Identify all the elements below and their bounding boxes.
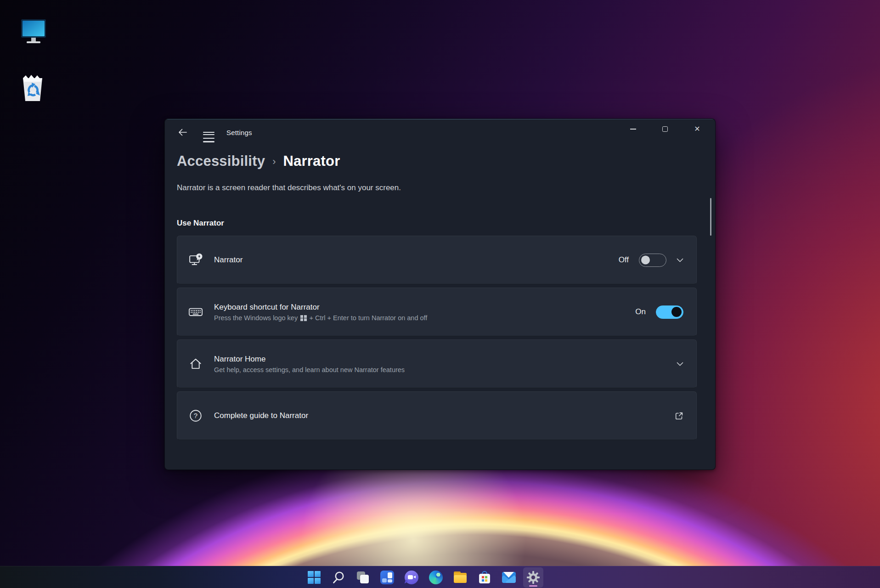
task-view-button[interactable] xyxy=(353,567,373,588)
complete-guide-title: Complete guide to Narrator xyxy=(214,411,675,420)
window-controls: ✕ xyxy=(617,119,713,140)
breadcrumb-narrator: Narrator xyxy=(283,153,340,170)
windows-logo-glyph xyxy=(300,315,306,321)
narrator-home-text: Narrator Home Get help, access settings,… xyxy=(214,355,677,373)
mail-button[interactable] xyxy=(499,567,519,588)
settings-gear-icon xyxy=(526,571,540,584)
chevron-down-icon[interactable] xyxy=(677,362,683,366)
monitor-icon xyxy=(18,18,49,46)
keyboard-shortcut-controls: On xyxy=(635,305,683,319)
chat-button[interactable] xyxy=(401,567,422,588)
settings-content: Accessibility › Narrator Narrator is a s… xyxy=(165,153,715,440)
subtitle-suffix: + Ctrl + Enter to turn Narrator on and o… xyxy=(310,314,428,322)
hamburger-menu-icon[interactable] xyxy=(201,124,216,140)
microsoft-store-button[interactable] xyxy=(474,567,495,588)
microsoft-store-icon xyxy=(478,571,491,584)
complete-guide-text: Complete guide to Narrator xyxy=(214,411,675,420)
complete-guide-card[interactable]: ? Complete guide to Narrator xyxy=(177,391,697,440)
narrator-controls: Off xyxy=(619,254,683,267)
narrator-card[interactable]: Narrator Off xyxy=(177,236,697,284)
back-button[interactable] xyxy=(175,124,191,140)
narrator-card-text: Narrator xyxy=(214,255,619,265)
close-icon: ✕ xyxy=(694,125,700,133)
section-title: Use Narrator xyxy=(177,219,697,228)
complete-guide-controls xyxy=(675,412,683,420)
toggle-knob xyxy=(671,307,682,317)
recycle-bin-icon[interactable] xyxy=(20,73,45,103)
narrator-home-card[interactable]: Narrator Home Get help, access settings,… xyxy=(177,339,697,388)
narrator-title: Narrator xyxy=(214,255,619,265)
chat-icon xyxy=(405,571,418,584)
taskbar-items xyxy=(304,567,543,588)
maximize-icon xyxy=(662,126,668,132)
this-pc-icon[interactable] xyxy=(18,18,49,46)
page-description: Narrator is a screen reader that describ… xyxy=(177,183,697,192)
breadcrumb-accessibility[interactable]: Accessibility xyxy=(177,153,265,170)
narrator-toggle-label: Off xyxy=(619,255,629,265)
keyboard-shortcut-toggle[interactable] xyxy=(656,305,683,319)
widgets-icon xyxy=(380,571,394,584)
subtitle-prefix: Press the Windows logo key xyxy=(214,314,298,322)
edge-icon xyxy=(429,571,443,584)
close-button[interactable]: ✕ xyxy=(681,119,713,139)
narrator-home-title: Narrator Home xyxy=(214,355,677,364)
keyboard-shortcut-card[interactable]: Keyboard shortcut for Narrator Press the… xyxy=(177,288,697,336)
external-link-icon[interactable] xyxy=(675,412,683,420)
taskbar xyxy=(0,566,880,588)
settings-button[interactable] xyxy=(523,567,543,588)
keyboard-shortcut-text: Keyboard shortcut for Narrator Press the… xyxy=(214,303,635,322)
search-icon xyxy=(332,571,345,584)
breadcrumb-separator-icon: › xyxy=(272,156,276,168)
keyboard-shortcut-title: Keyboard shortcut for Narrator xyxy=(214,303,635,312)
breadcrumb: Accessibility › Narrator xyxy=(177,153,697,170)
narrator-toggle[interactable] xyxy=(639,254,666,267)
search-button[interactable] xyxy=(328,567,349,588)
keyboard-shortcut-toggle-label: On xyxy=(635,307,646,317)
recycle-bin-glyph xyxy=(20,73,45,103)
home-icon xyxy=(177,357,214,371)
file-explorer-icon xyxy=(453,571,467,583)
svg-text:?: ? xyxy=(194,412,197,419)
toggle-knob xyxy=(641,256,650,265)
start-button[interactable] xyxy=(304,567,324,588)
back-arrow-icon xyxy=(178,128,188,137)
edge-browser-button[interactable] xyxy=(426,567,446,588)
keyboard-shortcut-subtitle: Press the Windows logo key + Ctrl + Ente… xyxy=(214,314,635,322)
chevron-down-icon[interactable] xyxy=(677,258,683,262)
maximize-button[interactable] xyxy=(649,119,681,139)
narrator-home-controls xyxy=(677,362,683,366)
keyboard-icon xyxy=(177,305,214,319)
task-view-icon xyxy=(356,571,370,584)
narrator-home-subtitle: Get help, access settings, and learn abo… xyxy=(214,366,677,373)
settings-window: Settings ✕ Accessibility › Narrator Narr… xyxy=(164,119,716,470)
file-explorer-button[interactable] xyxy=(450,567,470,588)
mail-icon xyxy=(502,572,516,583)
window-title: Settings xyxy=(226,129,252,136)
narrator-icon xyxy=(177,253,214,267)
minimize-button[interactable] xyxy=(617,119,649,139)
settings-cards: Narrator Off xyxy=(177,236,697,440)
widgets-button[interactable] xyxy=(377,567,397,588)
minimize-icon xyxy=(630,129,636,130)
window-scrollbar[interactable] xyxy=(710,198,711,236)
windows-start-icon xyxy=(308,571,321,584)
desktop: { "desktop": { "icons": [ { "name": "thi… xyxy=(0,0,880,588)
question-mark-icon: ? xyxy=(177,408,214,423)
titlebar: Settings ✕ xyxy=(165,119,715,146)
